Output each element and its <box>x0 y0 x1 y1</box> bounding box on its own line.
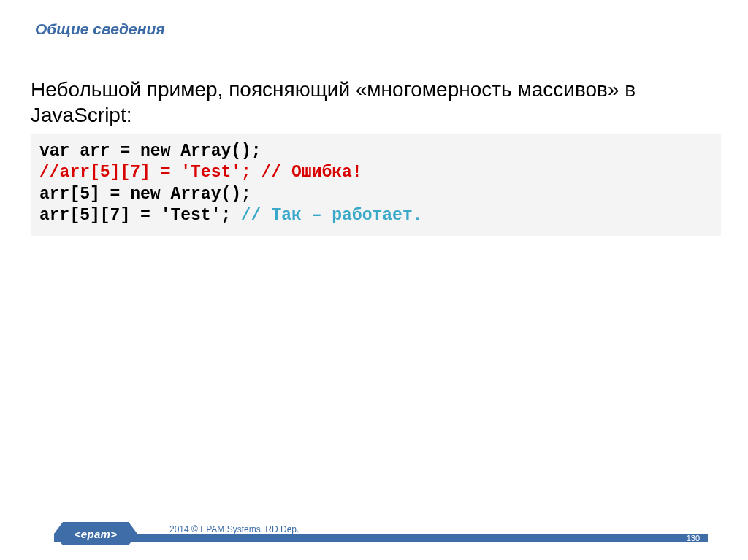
epam-logo: <epam> <box>63 522 129 545</box>
section-heading: Общие сведения <box>35 20 165 38</box>
footer-copyright: 2014 © EPAM Systems, RD Dep. <box>169 524 299 534</box>
code-line-3: arr[5] = new Array(); <box>39 185 251 204</box>
code-block: var arr = new Array(); //arr[5][7] = 'Te… <box>31 134 721 236</box>
footer-stripe <box>54 534 708 542</box>
code-line-4a: arr[5][7] = 'Test'; <box>39 206 241 225</box>
page-number: 130 <box>687 534 700 542</box>
code-line-2: //arr[5][7] = 'Test'; // Ошибка! <box>39 163 362 182</box>
footer-logo-arrow-right <box>129 522 137 545</box>
footer-logo-arrow-left <box>54 522 63 545</box>
lead-paragraph: Небольшой пример, поясняющий «многомерно… <box>31 77 719 128</box>
code-line-1: var arr = new Array(); <box>39 142 262 161</box>
code-line-4b: // Так – работает. <box>241 206 422 225</box>
footer: <epam> 2014 © EPAM Systems, RD Dep. 130 <box>0 522 748 545</box>
slide: Общие сведения Небольшой пример, поясняю… <box>0 0 748 560</box>
